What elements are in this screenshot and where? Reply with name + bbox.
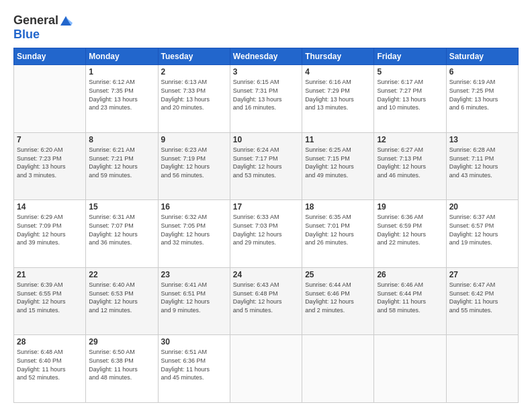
table-row: 27Sunrise: 6:47 AMSunset: 6:42 PMDayligh… — [446, 267, 518, 335]
day-number: 1 — [89, 67, 154, 77]
calendar-week-row: 1Sunrise: 6:12 AMSunset: 7:35 PMDaylight… — [14, 65, 519, 133]
day-info: Sunrise: 6:46 AMSunset: 6:44 PMDaylight:… — [377, 281, 443, 314]
table-row — [374, 335, 446, 403]
day-info: Sunrise: 6:13 AMSunset: 7:33 PMDaylight:… — [161, 78, 227, 111]
table-row: 25Sunrise: 6:44 AMSunset: 6:46 PMDayligh… — [302, 267, 374, 335]
day-info: Sunrise: 6:36 AMSunset: 6:59 PMDaylight:… — [377, 213, 443, 246]
table-row — [230, 335, 302, 403]
day-info: Sunrise: 6:12 AMSunset: 7:35 PMDaylight:… — [89, 78, 154, 111]
calendar-table: Sunday Monday Tuesday Wednesday Thursday… — [13, 48, 519, 403]
table-row: 14Sunrise: 6:29 AMSunset: 7:09 PMDayligh… — [14, 200, 86, 268]
col-friday: Friday — [374, 48, 446, 65]
table-row: 1Sunrise: 6:12 AMSunset: 7:35 PMDaylight… — [86, 65, 158, 133]
day-number: 26 — [377, 270, 443, 279]
day-number: 23 — [161, 270, 227, 279]
table-row: 9Sunrise: 6:23 AMSunset: 7:19 PMDaylight… — [158, 132, 230, 200]
col-wednesday: Wednesday — [230, 48, 302, 65]
day-number: 3 — [233, 67, 299, 77]
day-info: Sunrise: 6:19 AMSunset: 7:25 PMDaylight:… — [449, 78, 515, 111]
day-info: Sunrise: 6:39 AMSunset: 6:55 PMDaylight:… — [17, 281, 83, 314]
day-number: 24 — [233, 270, 299, 279]
logo-icon — [59, 14, 73, 28]
calendar-week-row: 14Sunrise: 6:29 AMSunset: 7:09 PMDayligh… — [14, 200, 519, 268]
day-number: 14 — [17, 202, 83, 212]
table-row: 17Sunrise: 6:33 AMSunset: 7:03 PMDayligh… — [230, 200, 302, 268]
table-row: 22Sunrise: 6:40 AMSunset: 6:53 PMDayligh… — [86, 267, 158, 335]
logo-blue-text: Blue — [13, 28, 73, 42]
table-row: 19Sunrise: 6:36 AMSunset: 6:59 PMDayligh… — [374, 200, 446, 268]
day-number: 7 — [17, 135, 83, 144]
day-number: 8 — [89, 135, 154, 144]
day-number: 13 — [449, 135, 515, 144]
table-row: 16Sunrise: 6:32 AMSunset: 7:05 PMDayligh… — [158, 200, 230, 268]
day-number: 6 — [449, 67, 515, 77]
day-number: 5 — [377, 67, 443, 77]
col-thursday: Thursday — [302, 48, 374, 65]
table-row: 28Sunrise: 6:48 AMSunset: 6:40 PMDayligh… — [14, 335, 86, 403]
calendar-week-row: 21Sunrise: 6:39 AMSunset: 6:55 PMDayligh… — [14, 267, 519, 335]
day-number: 17 — [233, 202, 299, 212]
table-row: 4Sunrise: 6:16 AMSunset: 7:29 PMDaylight… — [302, 65, 374, 133]
day-info: Sunrise: 6:17 AMSunset: 7:27 PMDaylight:… — [377, 78, 443, 111]
day-info: Sunrise: 6:43 AMSunset: 6:48 PMDaylight:… — [233, 281, 299, 314]
day-info: Sunrise: 6:33 AMSunset: 7:03 PMDaylight:… — [233, 213, 299, 246]
day-info: Sunrise: 6:28 AMSunset: 7:11 PMDaylight:… — [449, 146, 515, 179]
day-info: Sunrise: 6:35 AMSunset: 7:01 PMDaylight:… — [305, 213, 371, 246]
table-row: 26Sunrise: 6:46 AMSunset: 6:44 PMDayligh… — [374, 267, 446, 335]
day-info: Sunrise: 6:21 AMSunset: 7:21 PMDaylight:… — [89, 146, 154, 179]
logo-general-text: General — [13, 13, 58, 27]
day-number: 22 — [89, 270, 154, 279]
day-info: Sunrise: 6:24 AMSunset: 7:17 PMDaylight:… — [233, 146, 299, 179]
day-info: Sunrise: 6:20 AMSunset: 7:23 PMDaylight:… — [17, 146, 83, 179]
day-info: Sunrise: 6:16 AMSunset: 7:29 PMDaylight:… — [305, 78, 371, 111]
day-number: 2 — [161, 67, 227, 77]
day-number: 9 — [161, 135, 227, 144]
table-row: 20Sunrise: 6:37 AMSunset: 6:57 PMDayligh… — [446, 200, 518, 268]
day-number: 29 — [89, 337, 154, 347]
day-info: Sunrise: 6:40 AMSunset: 6:53 PMDaylight:… — [89, 281, 154, 314]
day-info: Sunrise: 6:37 AMSunset: 6:57 PMDaylight:… — [449, 213, 515, 246]
day-info: Sunrise: 6:29 AMSunset: 7:09 PMDaylight:… — [17, 213, 83, 246]
col-monday: Monday — [86, 48, 158, 65]
table-row: 15Sunrise: 6:31 AMSunset: 7:07 PMDayligh… — [86, 200, 158, 268]
col-saturday: Saturday — [446, 48, 518, 65]
day-number: 11 — [305, 135, 371, 144]
page: General Blue Sunday Monday Tuesday Wedne… — [0, 0, 532, 411]
day-number: 30 — [161, 337, 227, 347]
calendar-week-row: 28Sunrise: 6:48 AMSunset: 6:40 PMDayligh… — [14, 335, 519, 403]
day-number: 15 — [89, 202, 154, 212]
header: General Blue — [13, 11, 519, 41]
day-number: 18 — [305, 202, 371, 212]
day-number: 10 — [233, 135, 299, 144]
day-number: 16 — [161, 202, 227, 212]
day-number: 4 — [305, 67, 371, 77]
calendar-header-row: Sunday Monday Tuesday Wednesday Thursday… — [14, 48, 519, 65]
table-row: 18Sunrise: 6:35 AMSunset: 7:01 PMDayligh… — [302, 200, 374, 268]
table-row: 5Sunrise: 6:17 AMSunset: 7:27 PMDaylight… — [374, 65, 446, 133]
table-row: 29Sunrise: 6:50 AMSunset: 6:38 PMDayligh… — [86, 335, 158, 403]
calendar-week-row: 7Sunrise: 6:20 AMSunset: 7:23 PMDaylight… — [14, 132, 519, 200]
day-number: 12 — [377, 135, 443, 144]
day-info: Sunrise: 6:25 AMSunset: 7:15 PMDaylight:… — [305, 146, 371, 179]
table-row: 24Sunrise: 6:43 AMSunset: 6:48 PMDayligh… — [230, 267, 302, 335]
day-number: 19 — [377, 202, 443, 212]
day-info: Sunrise: 6:47 AMSunset: 6:42 PMDaylight:… — [449, 281, 515, 314]
table-row: 12Sunrise: 6:27 AMSunset: 7:13 PMDayligh… — [374, 132, 446, 200]
day-info: Sunrise: 6:44 AMSunset: 6:46 PMDaylight:… — [305, 281, 371, 314]
day-info: Sunrise: 6:41 AMSunset: 6:51 PMDaylight:… — [161, 281, 227, 314]
table-row — [446, 335, 518, 403]
day-info: Sunrise: 6:23 AMSunset: 7:19 PMDaylight:… — [161, 146, 227, 179]
day-number: 21 — [17, 270, 83, 279]
day-info: Sunrise: 6:15 AMSunset: 7:31 PMDaylight:… — [233, 78, 299, 111]
day-number: 28 — [17, 337, 83, 347]
table-row: 21Sunrise: 6:39 AMSunset: 6:55 PMDayligh… — [14, 267, 86, 335]
day-info: Sunrise: 6:50 AMSunset: 6:38 PMDaylight:… — [89, 348, 154, 381]
table-row: 7Sunrise: 6:20 AMSunset: 7:23 PMDaylight… — [14, 132, 86, 200]
day-number: 27 — [449, 270, 515, 279]
day-number: 20 — [449, 202, 515, 212]
table-row: 30Sunrise: 6:51 AMSunset: 6:36 PMDayligh… — [158, 335, 230, 403]
table-row: 8Sunrise: 6:21 AMSunset: 7:21 PMDaylight… — [86, 132, 158, 200]
table-row: 11Sunrise: 6:25 AMSunset: 7:15 PMDayligh… — [302, 132, 374, 200]
day-number: 25 — [305, 270, 371, 279]
table-row: 3Sunrise: 6:15 AMSunset: 7:31 PMDaylight… — [230, 65, 302, 133]
